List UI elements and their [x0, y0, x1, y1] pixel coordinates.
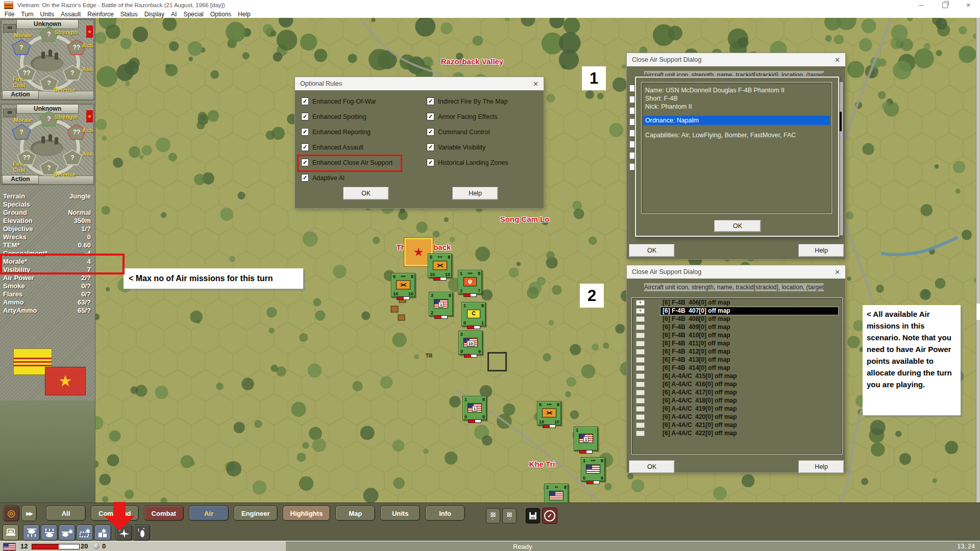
binoculars-icon[interactable]: ∞ — [3, 109, 16, 117]
checkbox-checked-icon[interactable]: ✓ — [427, 128, 434, 136]
air-mission-list[interactable]: ✈ [6] F-4B 406[0] off map ✈ [6] F-4B 407… — [632, 298, 842, 454]
unit-counter[interactable]: 11 — [574, 427, 598, 451]
unit-counter[interactable]: 2••8 — [544, 484, 569, 503]
aircraft-icon[interactable] — [636, 373, 645, 379]
menu-item[interactable]: AI — [171, 11, 177, 18]
unit-counter[interactable]: 18C01 — [461, 302, 486, 327]
air-mission-label[interactable]: [6] A-4A/C 419[0] off map — [660, 405, 739, 413]
toolbar-tab[interactable]: Map — [335, 506, 375, 521]
aircraft-icon[interactable] — [636, 390, 645, 395]
close-icon[interactable]: ✕ — [828, 268, 840, 276]
toolbar-tab[interactable]: Highlights — [283, 506, 331, 521]
helicopter-pickup-button[interactable] — [41, 524, 58, 541]
aircraft-icon[interactable]: ✈ — [636, 308, 645, 314]
selection-box[interactable] — [487, 352, 507, 371]
aircraft-icon[interactable]: ✈ — [636, 300, 645, 306]
air-mission-label[interactable]: [6] F-4B 411[0] off map — [660, 340, 732, 347]
air-mission-row[interactable]: ✈ [6] F-4B 406[0] off map — [632, 298, 842, 307]
unit-info-panel[interactable]: ∞ Unknown ★ ? ? ?? ?? ? ? Morale Strengt… — [1, 104, 94, 185]
air-mission-row[interactable]: [6] A-4A/C 420[0] off map — [632, 413, 842, 421]
air-mission-row[interactable]: [6] F-4B 412[0] off map — [632, 347, 842, 356]
menu-item[interactable]: Special — [183, 11, 203, 18]
menu-item[interactable]: Display — [144, 11, 164, 18]
air-mission-row[interactable]: [6] A-4A/C 416[0] off map — [632, 380, 842, 388]
toolbar-tab[interactable]: Info — [425, 506, 465, 521]
toolbar-tab[interactable]: Units — [380, 506, 420, 521]
toolbar-tab[interactable]: Combat — [144, 506, 184, 521]
menu-item[interactable]: Turn — [21, 11, 33, 18]
help-button[interactable]: Help — [798, 244, 844, 257]
checkbox-checked-icon[interactable]: ✓ — [301, 143, 309, 151]
checkbox-checked-icon[interactable]: ✓ — [301, 174, 309, 182]
air-mission-row[interactable]: [6] A-4A/C 417[0] off map — [632, 388, 842, 396]
aircraft-icon[interactable] — [636, 382, 645, 387]
air-mission-row[interactable]: ✈ [6] F-4B 407[0] off map — [632, 307, 842, 315]
save-button[interactable] — [526, 508, 540, 523]
optional-rule-row[interactable]: ✓ Enhanced Spotting — [301, 113, 393, 120]
optional-rule-row[interactable]: ✓ Enhanced Fog-Of-War — [301, 98, 393, 105]
air-mission-row[interactable]: [6] A-4A/C 422[0] off map — [632, 429, 842, 437]
air-mission-row[interactable]: [6] F-4B 410[0] off map — [632, 331, 842, 339]
optional-rule-row[interactable]: ✓ Armor Facing Effects — [427, 113, 508, 120]
optional-rule-row[interactable]: ✓ Variable Visibility — [427, 144, 508, 151]
helicopter-land-button[interactable] — [23, 524, 40, 541]
air-mission-label[interactable]: [6] A-4A/C 422[0] off map — [660, 430, 739, 437]
checkbox-checked-icon[interactable]: ✓ — [427, 97, 434, 105]
air-bomb-button[interactable]: ! — [133, 524, 150, 541]
air-mission-row[interactable]: [6] F-4B 411[0] off map — [632, 339, 842, 347]
aircraft-info-list[interactable]: Name: USN McDonnell Douglas F-4B Phantom… — [642, 83, 831, 213]
minimize-button[interactable] — [910, 0, 933, 10]
air-mission-row[interactable]: [6] A-4A/C 418[0] off map — [632, 396, 842, 405]
checkbox-checked-icon[interactable]: ✓ — [301, 97, 309, 105]
air-mission-label[interactable]: [6] A-4A/C 421[0] off map — [660, 421, 739, 429]
unit-counter[interactable]: 3812 — [429, 292, 453, 316]
air-mission-label[interactable]: [6] A-4A/C 415[0] off map — [660, 372, 739, 380]
aircraft-icon[interactable] — [636, 357, 645, 363]
unit-counter[interactable]: 6•••8✕1010 — [537, 401, 561, 425]
area-strike-button[interactable] — [77, 524, 93, 541]
building-strike-button[interactable] — [94, 524, 111, 541]
unit-counter[interactable]: 21009 — [458, 331, 483, 355]
dialog-title-bar[interactable]: Close Air Support Dialog ✕ — [627, 265, 845, 279]
aircraft-icon[interactable] — [636, 365, 645, 371]
menu-item[interactable]: Units — [40, 11, 54, 18]
unit-info-panel[interactable]: ∞ Unknown ★ ? ? ?? ?? ? ? Morale Strengt… — [1, 19, 94, 101]
air-mission-row[interactable]: [6] F-4B 413[0] off map — [632, 356, 842, 364]
air-mission-row[interactable]: [6] A-4A/C 421[0] off map — [632, 421, 842, 429]
air-mission-label[interactable]: [6] A-4A/C 420[0] off map — [660, 413, 739, 421]
ordnance-selected-row[interactable]: Ordnance: Napalm — [643, 116, 830, 125]
air-mission-row[interactable]: [6] A-4A/C 415[0] off map — [632, 372, 842, 380]
dispatch-left-button[interactable]: ⊠← — [486, 508, 500, 523]
action-tab[interactable]: Action — [2, 175, 39, 184]
aircraft-icon[interactable] — [636, 398, 645, 404]
optional-rule-row[interactable]: ✓ Historical Landing Zones — [427, 159, 508, 166]
aircraft-icon[interactable] — [636, 414, 645, 420]
unit-counter[interactable]: 1•••8ψ27 — [458, 270, 482, 294]
optional-rule-row[interactable]: ✓ Adaptive AI — [301, 174, 393, 181]
toolbar-tab[interactable]: Air — [189, 506, 229, 521]
restore-button[interactable] — [933, 0, 957, 10]
air-mission-label[interactable]: [6] F-4B 413[0] off map — [660, 356, 732, 364]
close-button[interactable]: ✕ — [957, 0, 980, 10]
binoculars-icon[interactable]: ∞ — [3, 24, 16, 33]
checkbox-checked-icon[interactable]: ✓ — [427, 143, 434, 151]
ok-button[interactable]: OK — [343, 187, 389, 200]
checkbox-checked-icon[interactable]: ✓ — [427, 113, 434, 120]
menu-item[interactable]: Status — [120, 11, 138, 18]
checkbox-checked-icon[interactable]: ✓ — [301, 113, 309, 120]
checkbox-checked-icon[interactable]: ✓ — [301, 159, 309, 166]
ok-button[interactable]: OK — [629, 244, 675, 257]
resolve-button[interactable]: ✓ — [542, 508, 557, 524]
menu-item[interactable]: Assault — [61, 11, 81, 18]
optional-rule-row[interactable]: ✓ Command Control — [427, 129, 508, 135]
optional-rule-row[interactable]: ✓ Indirect Fire By The Map — [427, 98, 508, 105]
ok-button[interactable]: OK — [629, 460, 675, 473]
transport-truck-button[interactable] — [3, 524, 19, 541]
menu-item[interactable]: File — [5, 11, 14, 18]
air-mission-label[interactable]: [6] F-4B 414[0] off map — [660, 364, 732, 372]
air-mission-label[interactable]: [6] F-4B 406[0] off map — [660, 299, 732, 307]
air-mission-row[interactable]: [6] F-4B 408[0] off map — [632, 315, 842, 323]
optional-rule-row[interactable]: ✓ Enhanced Close Air Support — [301, 159, 393, 166]
action-tab[interactable]: Action — [2, 90, 39, 99]
air-mission-label[interactable]: [6] A-4A/C 416[0] off map — [660, 381, 739, 388]
